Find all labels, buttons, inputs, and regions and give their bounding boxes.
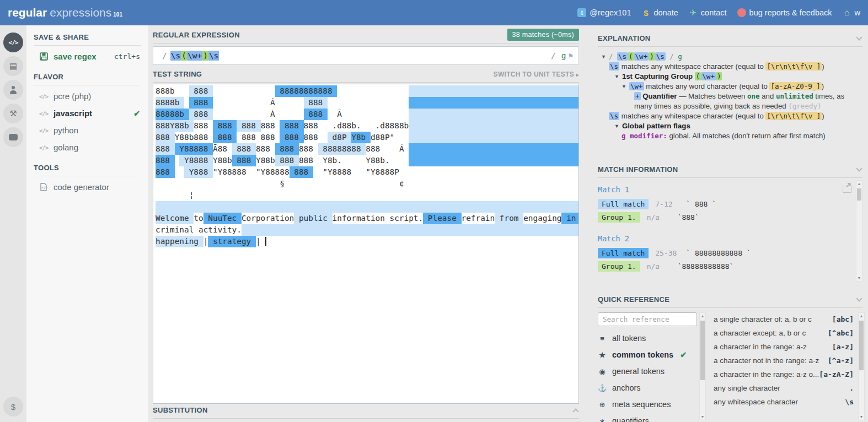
sidebar-item-golang[interactable]: </>golang: [34, 139, 141, 156]
scroll-up-icon[interactable]: ▲: [700, 314, 705, 318]
sidebar-item-code-generator[interactable]: </>code generator: [34, 178, 141, 196]
quickref-nav-anchors[interactable]: ⚓anchors: [598, 383, 697, 392]
quickref-row[interactable]: a single character of: a, b or c[abc]: [712, 312, 855, 326]
match-position: n/a: [647, 262, 678, 270]
sidebar-section-title: FLAVOR: [34, 73, 141, 85]
match-segment: [390, 155, 409, 166]
rail-book-button[interactable]: ▤: [3, 56, 23, 76]
sidebar-item-python[interactable]: </>python: [34, 122, 141, 139]
quickref-nav-common-tokens[interactable]: ★common tokens✔: [598, 350, 697, 359]
match-segment: d88P": [371, 132, 394, 143]
scroll-down-icon[interactable]: ▼: [859, 415, 864, 419]
topbar-link-bug[interactable]: bug reports & feedback: [737, 8, 832, 17]
line-filler: [404, 178, 578, 190]
match-segment: 888: [156, 155, 175, 166]
chevron-down-icon[interactable]: [856, 165, 862, 171]
match-segment: Y8b.: [323, 155, 366, 166]
match-block: Match 2Full match25-38` 88888888888 `Gro…: [598, 229, 848, 278]
tree-collapse-icon[interactable]: ▼: [621, 84, 626, 89]
quant-icon: ∗: [598, 417, 607, 422]
rail-user-button[interactable]: [3, 80, 23, 100]
rail-dollar-button[interactable]: $: [3, 397, 23, 416]
match-segment: 888: [304, 109, 328, 120]
match-segment: ¦: [156, 190, 194, 201]
quickref-row[interactable]: a character in the range: a-z o...[a-zA-…: [712, 367, 855, 381]
scroll-down-icon[interactable]: ▼: [856, 276, 862, 280]
match-information-header: MATCH INFORMATION: [598, 165, 862, 178]
match-segment: 888: [256, 143, 275, 155]
explanation-section: EXPLANATION ▼/ \s(\w+)\s / g\s matches a…: [598, 34, 862, 141]
sidebar-item-pcre-php-[interactable]: </>pcre (php): [34, 88, 141, 105]
token-description: a single character of: a, b or c: [714, 315, 812, 323]
token-syntax: [a-zA-Z]: [819, 370, 854, 378]
sidebar-item-save-regex[interactable]: save regexctrl+s: [34, 48, 141, 65]
rail-chat-button[interactable]: [3, 127, 23, 147]
match-info-scrollbar[interactable]: ▲ ▼: [856, 180, 862, 282]
match-segment: to: [194, 213, 203, 224]
tree-collapse-icon[interactable]: ▼: [601, 54, 606, 59]
twitter-icon: t: [577, 8, 586, 17]
sidebar-item-javascript[interactable]: </>javascript✔: [34, 105, 141, 122]
substitution-section-header[interactable]: SUBSTITUTION: [153, 406, 579, 419]
match-value: `888`: [678, 213, 699, 221]
match-segment: Please: [423, 213, 461, 224]
quick-reference-nav-scrollbar[interactable]: ▲ ▼: [699, 312, 706, 420]
match-row: Group 1.n/a`888`: [598, 212, 848, 223]
explanation-text: Global pattern flags: [622, 122, 690, 130]
bullseye-icon: ◉: [598, 367, 607, 376]
quickref-nav-quantifiers[interactable]: ∗quantifiers: [598, 416, 697, 422]
topbar-link-donate[interactable]: $donate: [641, 8, 678, 17]
quick-reference-list-scrollbar[interactable]: ▲ ▼: [858, 312, 865, 420]
quickref-nav-all-tokens[interactable]: ≡all tokens: [598, 334, 697, 343]
match-segment: [175, 155, 180, 166]
match-segment: 888: [156, 143, 175, 155]
regex-input[interactable]: / \s(\w+)\s / g ⚑: [153, 46, 579, 65]
test-string-line-12: Welcome to NuuTec Corporation public inf…: [156, 213, 578, 224]
match-segment: 88888888888: [275, 85, 337, 97]
scroll-up-icon[interactable]: ▲: [859, 314, 864, 318]
match-wrap-bar: [409, 143, 578, 155]
quickref-row[interactable]: a character except: a, b or c[^abc]: [712, 326, 855, 340]
quickref-row[interactable]: a character not in the range: a-z[^a-z]: [712, 354, 855, 367]
match-segment: Y8b: [351, 132, 371, 143]
tree-collapse-icon[interactable]: ▼: [614, 74, 619, 79]
match-segment: "Y8888P: [366, 166, 399, 178]
search-reference-input[interactable]: [598, 312, 697, 326]
chevron-down-icon[interactable]: [856, 295, 862, 301]
rail-wrench-button[interactable]: ⚒: [3, 104, 23, 123]
test-string-editor[interactable]: 888b 888 88888888888 8888b 888 Á 888 888…: [153, 84, 579, 404]
code-icon: </>: [39, 110, 49, 117]
match-segment: [275, 97, 304, 109]
scroll-down-icon[interactable]: ▼: [700, 415, 705, 419]
topbar-link-bank[interactable]: ⌂w: [843, 8, 860, 17]
scrollbar-thumb[interactable]: [857, 188, 861, 201]
quickref-nav-general-tokens[interactable]: ◉general tokens: [598, 367, 697, 376]
match-segment: .d8888b: [376, 120, 409, 132]
quickref-row[interactable]: any single character.: [712, 381, 855, 395]
topbar-link-twitter[interactable]: t@regex101: [577, 8, 631, 17]
switch-to-unit-tests-button[interactable]: SWITCH TO UNIT TESTS ▸: [494, 71, 579, 78]
quickref-nav-label: common tokens: [612, 350, 673, 359]
scroll-up-icon[interactable]: ▲: [856, 182, 862, 186]
chevron-down-icon[interactable]: [856, 34, 862, 40]
match-row: Group 1.n/a`88888888888`: [598, 261, 848, 272]
explanation-text: global. All matches (don't return after …: [667, 132, 826, 140]
quickref-row[interactable]: a character in the range: a-z[a-z]: [712, 340, 855, 354]
flag-icon[interactable]: ⚑: [569, 51, 573, 60]
quickref-row[interactable]: any whitespace character\s: [712, 395, 855, 409]
full-match-badge: Full match: [598, 248, 649, 258]
explanation-text: (: [695, 72, 701, 80]
topbar-link-contact[interactable]: ✈contact: [689, 8, 727, 17]
topbar-link-label: contact: [701, 8, 727, 17]
export-matches-icon[interactable]: [843, 186, 851, 193]
rail-code-button[interactable]: </>: [3, 33, 23, 52]
tree-collapse-icon[interactable]: ▼: [614, 123, 619, 129]
scrollbar-thumb[interactable]: [859, 321, 864, 370]
match-block: Match 3Full match53-60`: [598, 278, 848, 282]
scrollbar-thumb[interactable]: [700, 321, 705, 380]
token-syntax: \s: [845, 398, 854, 406]
quickref-nav-meta-sequences[interactable]: ⊕meta sequences: [598, 400, 697, 409]
chevron-up-icon[interactable]: [572, 408, 578, 414]
site-logo[interactable]: regular expressions 101: [8, 6, 122, 19]
match-segment: 88888b: [156, 109, 189, 120]
